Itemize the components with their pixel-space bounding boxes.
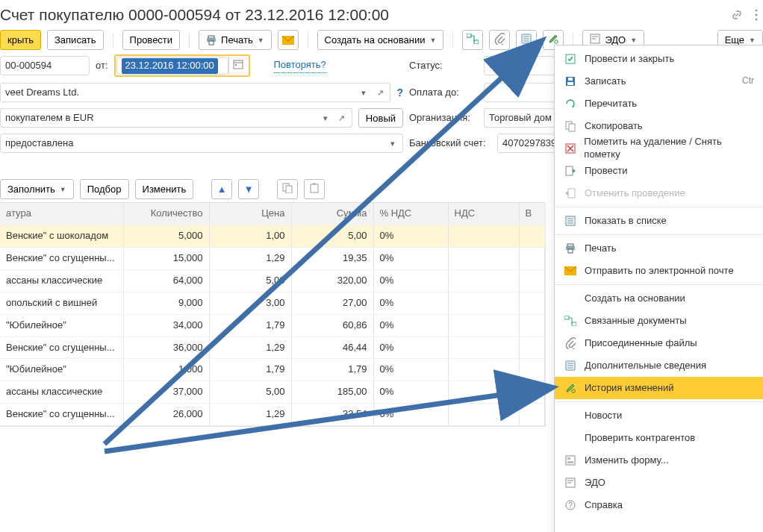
menu-item-label: Показать в списке [585,215,667,228]
col-qty[interactable]: Количество [123,203,209,225]
attach-button[interactable] [489,30,510,50]
mail-button[interactable] [278,30,299,50]
print-button[interactable]: Печать▼ [199,30,272,50]
unpost-icon [564,187,577,200]
cell-nomenclature: ассаны классические [0,381,123,404]
cell-sum: 33,54 [291,404,373,426]
table-row[interactable]: Венские" с шоколадом5,0001,005,000% [0,225,545,248]
repeat-link[interactable]: Повторять? [274,59,326,73]
extra-info-button[interactable] [516,30,537,50]
col-vat[interactable]: НДС [448,203,519,225]
menu-item-новости[interactable]: Новости [555,404,763,427]
menu-item-связанные-документы[interactable]: Связанные документы [555,310,763,332]
post-icon [564,164,577,178]
dropdown-icon[interactable]: ▾ [386,134,399,152]
number-field[interactable]: 00-000594 [0,56,90,75]
menu-item-записать[interactable]: ЗаписатьCtr [555,70,763,93]
menu-item-показать-в-списке[interactable]: Показать в списке [555,210,763,232]
menu-item-эдо[interactable]: ЭДО [555,472,763,494]
svg-rect-13 [235,64,237,66]
create-based-button[interactable]: Создать на основании▼ [317,30,444,50]
cell-vat-pct: 0% [373,381,448,404]
table-row[interactable]: "Юбилейное"34,0001,7960,860% [0,314,545,337]
menu-item-присоединенные-файлы[interactable]: Присоединенные файлы [555,332,763,354]
fill-button[interactable]: Заполнить▼ [0,179,74,199]
cell-vat-pct: 0% [373,247,448,269]
cell-total [519,269,545,292]
cell-qty: 26,000 [123,404,209,426]
cell-sum: 19,35 [291,247,373,269]
table-row[interactable]: "Юбилейное"1,0001,791,790% [0,359,545,381]
table-row[interactable]: опольский с вишней9,0003,0027,000% [0,292,545,314]
svg-rect-16 [286,186,292,193]
table-row[interactable]: ассаны классические64,0005,00320,000% [0,269,545,292]
col-sum[interactable]: Сумма [291,203,373,225]
arrow-down-icon: ▼ [244,184,254,195]
menu-item-провести-и-закрыть[interactable]: Провести и закрыть [555,48,763,70]
post-button[interactable]: Провести [122,30,181,50]
menu-item-проверить-контрагентов[interactable]: Проверить контрагентов [555,427,763,449]
menu-item-дополнительные-сведения[interactable]: Дополнительные сведения [555,354,763,377]
select-button[interactable]: Подбор [80,179,129,199]
date-field[interactable]: 23.12.2016 12:00:00 [116,57,228,75]
table-row[interactable]: Венские" со сгущенны...15,0001,2919,350% [0,247,545,269]
counterparty-field[interactable]: veet Dreams Ltd. ▾ ↗ [0,83,390,102]
calendar-button[interactable] [228,57,248,75]
cell-vat-pct: 0% [373,359,448,381]
menu-item-отправить-по-электронной-почте[interactable]: Отправить по электронной почте [555,260,763,282]
help-icon[interactable]: ? [396,86,403,99]
cell-sum: 5,00 [291,225,373,248]
printer-icon [206,35,217,46]
menu-item-пометить-на-удаление-снять-пометку[interactable]: Пометить на удаление / Снять пометку [555,137,763,160]
menu-item-label: Изменить форму... [585,454,669,467]
move-down-button[interactable]: ▼ [238,179,259,199]
menu-item-провести[interactable]: Провести [555,160,763,182]
discount-field[interactable]: предоставлена ▾ [0,134,403,153]
kebab-icon[interactable] [750,8,763,22]
menu-item-перечитать[interactable]: Перечитать [555,93,763,115]
menu-item-история-изменений[interactable]: История изменений [555,377,763,399]
payment-until-field[interactable] [484,83,558,102]
contract-value: покупателем в EUR [5,112,316,125]
col-nomenclature[interactable]: атура [0,203,123,225]
related-icon [564,314,577,328]
menu-item-label: ЭДО [585,477,605,489]
form-icon [564,454,577,467]
bank-label: Банковский счет: [409,137,491,150]
link-icon[interactable] [730,8,744,22]
paste-row-button[interactable] [304,179,325,199]
cell-price: 1,00 [209,225,291,248]
cell-price: 1,79 [209,359,291,381]
menu-item-label: Отправить по электронной почте [585,265,734,278]
menu-item-скопировать[interactable]: Скопировать [555,115,763,137]
menu-item-создать-на-основании[interactable]: Создать на основании [555,287,763,310]
dropdown-icon[interactable]: ▾ [357,84,370,101]
items-table: атура Количество Цена Сумма % НДС НДС В … [0,202,545,427]
cell-vat-pct: 0% [373,225,448,248]
col-price[interactable]: Цена [209,203,291,225]
post-close-button[interactable]: крыть [0,30,41,50]
open-icon[interactable]: ↗ [335,109,349,127]
related-docs-button[interactable] [462,30,483,50]
copy-icon [564,119,577,133]
new-button[interactable]: Новый [358,108,403,128]
table-row[interactable]: Венские" со сгущенны...26,0001,2933,540% [0,404,545,426]
menu-item-изменить-форму-[interactable]: Изменить форму... [555,449,763,472]
cell-vat-pct: 0% [373,314,448,337]
col-total[interactable]: В [519,203,545,225]
dropdown-icon[interactable]: ▾ [319,109,332,127]
svg-rect-18 [313,183,316,185]
table-row[interactable]: ассаны классические37,0005,00185,000% [0,381,545,404]
open-icon[interactable]: ↗ [373,84,387,101]
change-button[interactable]: Изменить [135,179,194,199]
contract-field[interactable]: покупателем в EUR ▾ ↗ [0,108,352,128]
menu-item-печать[interactable]: Печать [555,237,763,260]
move-up-button[interactable]: ▲ [211,179,232,199]
menu-item-справка[interactable]: ?Справка [555,494,763,516]
table-row[interactable]: Венские" со сгущенны...36,0001,2946,440% [0,337,545,359]
menu-item-отменить-проведение: Отменить проведение [555,182,763,204]
col-vat-pct[interactable]: % НДС [373,203,448,225]
cell-total [519,381,545,404]
copy-row-button[interactable] [277,179,298,199]
save-button[interactable]: Записать [47,30,104,50]
